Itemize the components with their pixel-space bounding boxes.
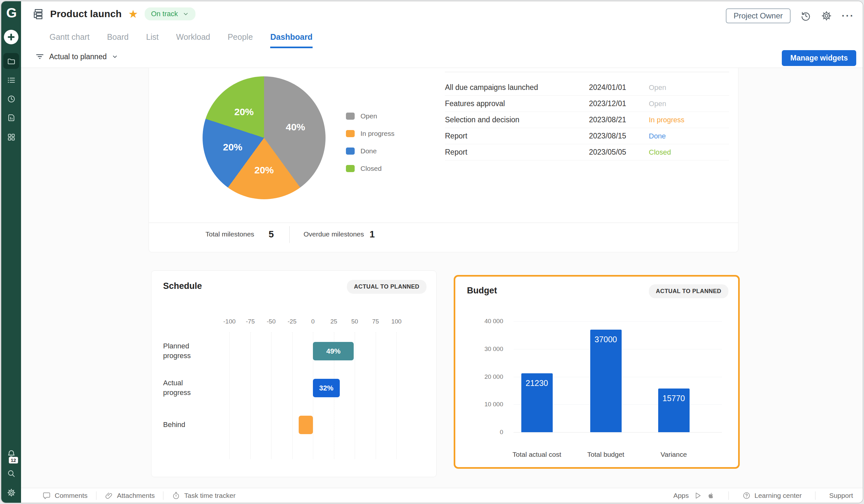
chevron-down-icon — [182, 11, 189, 17]
milestone-date: 2023/12/01 — [589, 96, 626, 112]
legend-label: Closed — [360, 165, 382, 172]
tab-board[interactable]: Board — [107, 32, 129, 48]
y-axis-tick: 20 000 — [471, 373, 503, 381]
settings-icon[interactable] — [1, 488, 21, 497]
clock-icon[interactable] — [1, 95, 21, 104]
table-header-row: MilestoneDateStatus — [445, 68, 729, 72]
milestone-name: Selection and decision — [445, 112, 519, 128]
legend-item: In progress — [346, 125, 395, 142]
project-status-dropdown[interactable]: On track — [145, 8, 195, 20]
tab-people[interactable]: People — [228, 32, 253, 48]
milestones-widget[interactable]: 40%20%20%20% OpenIn progressDoneClosed M… — [148, 68, 739, 252]
stat-value: 1 — [370, 223, 375, 245]
table-row[interactable]: All due campaigns launched2024/01/01Open — [445, 80, 729, 96]
milestone-date: 2023/08/15 — [589, 128, 626, 144]
legend-label: Open — [360, 112, 377, 120]
search-icon[interactable] — [1, 469, 21, 478]
legend-item: Done — [346, 142, 377, 160]
actual-to-planned-badge: ACTUAL TO PLANNED — [347, 280, 427, 294]
apps-label: Apps — [673, 492, 689, 500]
stats-divider — [289, 226, 290, 243]
bar-value-label: 21230 — [521, 379, 553, 388]
gridline — [376, 332, 376, 459]
chevron-down-icon — [112, 53, 118, 60]
schedule-widget[interactable]: Schedule ACTUAL TO PLANNED -100-75-50-25… — [151, 271, 436, 477]
gear-icon[interactable] — [821, 10, 832, 21]
comments-link[interactable]: Comments — [43, 491, 88, 500]
app-window: G 12 — [1, 1, 863, 503]
gridline — [396, 332, 397, 459]
footer-bar: CommentsAttachmentsTask time tracker App… — [21, 488, 863, 503]
milestone-status: In progress — [649, 112, 684, 128]
bar-value-label: 15770 — [658, 394, 689, 403]
tab-dashboard[interactable]: Dashboard — [270, 32, 313, 48]
y-axis-tick: 30 000 — [471, 346, 503, 352]
milestone-status: Open — [649, 96, 666, 112]
legend-label: Done — [360, 147, 377, 155]
table-row[interactable]: Features approval2023/12/01Open — [445, 96, 729, 112]
project-owner-button[interactable]: Project Owner — [726, 9, 791, 23]
dashboard-filter-dropdown[interactable]: Actual to planned — [35, 52, 118, 61]
x-axis-tick: -75 — [246, 318, 255, 325]
report-icon[interactable] — [1, 113, 21, 122]
category-label: Total actual cost — [498, 451, 576, 458]
category-label: Actual progress — [163, 376, 212, 399]
widget-title: Schedule — [163, 281, 202, 291]
list-icon[interactable] — [1, 76, 21, 85]
pie-slice-label: 20% — [254, 165, 274, 176]
pie-slice-label: 40% — [286, 122, 305, 133]
tab-workload[interactable]: Workload — [176, 32, 210, 48]
legend-label: In progress — [360, 130, 395, 137]
tab-list[interactable]: List — [146, 32, 158, 48]
x-axis-tick: -25 — [288, 318, 297, 325]
question-circle-icon — [742, 491, 751, 500]
bar-value-label: 37000 — [590, 335, 622, 344]
legend-swatch — [346, 112, 355, 120]
grid-icon[interactable] — [1, 133, 21, 142]
table-row[interactable]: Selection and decision2023/08/21In progr… — [445, 112, 729, 128]
y-axis-tick: 40 000 — [471, 318, 503, 325]
header: Product launch ★ On track Project Owner … — [21, 1, 863, 48]
gridline — [292, 332, 292, 459]
milestone-stats: Total milestones5Overdue milestones1 — [149, 223, 738, 252]
table-row[interactable]: Report2023/05/05Closed — [445, 144, 729, 160]
stat-label: Overdue milestones — [303, 223, 364, 245]
x-axis-tick: 25 — [331, 318, 337, 325]
google-play-icon[interactable] — [694, 492, 702, 500]
table-row[interactable]: Report2023/08/15Done — [445, 128, 729, 144]
learning-center-link[interactable]: Learning center — [742, 491, 802, 500]
tab-gantt-chart[interactable]: Gantt chart — [49, 32, 89, 48]
milestone-date: 2023/08/21 — [589, 112, 626, 128]
milestone-name: Report — [445, 144, 467, 160]
legend-item: Open — [346, 107, 377, 125]
attachments-link[interactable]: Attachments — [105, 491, 155, 500]
legend-swatch — [346, 147, 355, 155]
budget-bar: 37000 — [590, 329, 622, 432]
gridline — [514, 321, 722, 322]
legend-swatch — [346, 165, 355, 172]
milestone-status: Done — [649, 128, 666, 144]
milestone-date: 2023/05/05 — [589, 144, 626, 160]
stat-label: Total milestones — [205, 223, 254, 245]
folder-icon[interactable] — [1, 57, 21, 66]
tab-bar: Gantt chartBoardListWorkloadPeopleDashbo… — [49, 32, 313, 48]
category-label: Behind — [163, 413, 212, 436]
manage-widgets-button[interactable]: Manage widgets — [782, 50, 856, 66]
divider — [163, 491, 164, 500]
budget-widget[interactable]: Budget ACTUAL TO PLANNED 010 00020 00030… — [454, 275, 740, 469]
y-axis-tick: 0 — [471, 429, 503, 436]
x-axis-tick: -100 — [223, 318, 236, 325]
filter-label: Actual to planned — [49, 52, 107, 61]
milestone-table: All due campaigns launched2024/01/01Open… — [445, 80, 729, 160]
milestone-name: Features approval — [445, 96, 505, 112]
apple-icon[interactable] — [707, 492, 715, 500]
more-options-icon[interactable]: ··· — [842, 13, 854, 19]
gantt-logo[interactable]: G — [1, 4, 21, 22]
task-time-tracker-link[interactable]: Task time tracker — [172, 491, 236, 500]
support-link[interactable]: Support — [829, 492, 853, 500]
add-project-button[interactable] — [4, 30, 19, 44]
milestone-status: Closed — [649, 144, 671, 160]
favorite-star-icon[interactable]: ★ — [128, 9, 138, 19]
history-icon[interactable] — [800, 10, 811, 21]
page-title: Product launch — [50, 9, 122, 20]
